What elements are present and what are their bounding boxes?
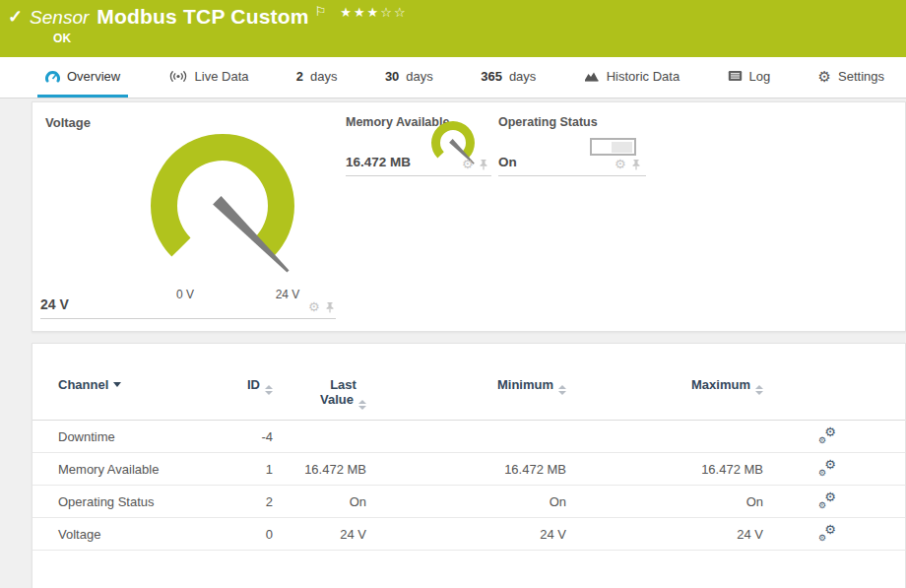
voltage-scale-min: 0 V [161,288,210,301]
tab-log[interactable]: Log [720,57,779,98]
voltage-scale-max: 24 V [263,288,312,301]
gear-icon: ⚙ [818,69,831,84]
channel-last-value: 24 V [273,527,366,542]
tab-label: Settings [838,69,884,84]
column-header-channel[interactable]: Channel [58,377,204,392]
tab-number: 365 [481,69,502,84]
tab-settings[interactable]: ⚙ Settings [810,57,892,98]
channel-minimum: On [366,494,566,509]
gauges-panel: Voltage 0 V 24 V 24 V ⚙ Memory Available… [32,101,906,332]
gauge-settings-gear-icon[interactable]: ⚙ [308,300,320,313]
channel-name: Operating Status [58,494,204,509]
divider [498,175,646,176]
gauge-settings-gear-icon[interactable]: ⚙ [615,158,626,170]
priority-flag-icon[interactable]: ⚐ [315,5,327,19]
channel-minimum: 16.472 MB [366,462,566,477]
broadcast-icon [168,70,188,83]
voltage-gauge [119,104,330,301]
channels-table-panel: Channel ID Last Value Minimum Maximum Do… [32,343,906,588]
gauge-icon [45,70,60,83]
column-header-minimum[interactable]: Minimum [366,377,566,395]
tab-label: Log [749,69,771,84]
table-header-row: Channel ID Last Value Minimum Maximum [32,377,905,421]
tab-overview[interactable]: Overview [37,57,128,98]
tab-365-days[interactable]: 365 days [473,57,544,98]
channel-minimum: 24 V [366,527,566,542]
edit-channel-gears-icon[interactable]: ⚙⚙ [818,459,836,477]
table-row: Operating Status 2 On On On ⚙⚙ [32,486,905,518]
sort-arrows-icon [755,385,763,395]
tab-label: days [406,69,432,84]
channel-name: Downtime [58,429,204,444]
channel-maximum: 24 V [566,527,763,542]
voltage-gauge-tools: ⚙ [308,300,335,313]
edit-channel-gears-icon[interactable]: ⚙⚙ [818,491,836,509]
channel-name: Voltage [58,527,204,542]
page-title: Modbus TCP Custom [97,5,308,29]
column-header-label: Minimum [497,377,553,392]
column-header-last-value[interactable]: Last Value [273,377,366,410]
tab-30-days[interactable]: 30 days [377,57,441,98]
column-header-label: ID [247,377,260,392]
memory-gauge-tools: ⚙ [462,158,488,170]
tab-2-days[interactable]: 2 days [289,57,346,98]
pin-icon[interactable] [325,301,335,313]
sensor-header: ✓ Sensor Modbus TCP Custom ⚐ ★★★☆☆ OK [0,0,906,57]
channel-id: 1 [204,462,273,477]
tab-number: 2 [296,69,303,84]
voltage-value: 24 V [40,296,69,312]
channel-id: 0 [204,527,273,542]
pin-icon[interactable] [479,159,488,170]
memory-value: 16.472 MB [346,155,411,169]
channel-id: 2 [204,494,273,509]
channel-maximum: On [566,494,763,509]
divider [346,175,491,176]
table-row: Voltage 0 24 V 24 V 24 V ⚙⚙ [32,518,905,551]
log-list-icon [728,70,743,82]
operating-status-title: Operating Status [498,115,598,129]
table-row: Memory Available 1 16.472 MB 16.472 MB 1… [32,453,905,486]
priority-stars[interactable]: ★★★☆☆ [340,5,407,21]
sort-arrows-icon [358,400,366,410]
tab-label: Overview [67,69,120,84]
object-kind-label: Sensor [30,7,89,29]
edit-channel-gears-icon[interactable]: ⚙⚙ [818,524,836,542]
pin-icon[interactable] [631,159,641,170]
status-badge: OK [53,32,407,45]
operating-status-value: On [498,155,517,169]
voltage-gauge-title: Voltage [45,115,91,130]
tab-label: Live Data [195,69,249,84]
divider [40,318,336,319]
sort-arrows-icon [558,385,566,395]
operating-status-tools: ⚙ [615,158,641,170]
status-check-icon: ✓ [8,5,23,29]
tab-label: Historic Data [607,69,680,84]
table-row: Downtime -4 ⚙⚙ [32,421,905,453]
tab-live-data[interactable]: Live Data [161,57,257,98]
sort-caret-down-icon [113,382,121,387]
channels-table: Channel ID Last Value Minimum Maximum Do… [32,344,905,551]
column-header-label: Channel [58,377,108,392]
channel-id: -4 [204,429,273,444]
channel-maximum: 16.472 MB [566,462,763,477]
tab-number: 30 [385,69,399,84]
column-header-label: Value [320,392,354,407]
switch-knob [612,142,632,153]
operating-status-switch[interactable] [590,138,636,156]
area-chart-icon [584,70,600,82]
tab-label: days [509,69,536,84]
sort-arrows-icon [265,385,273,395]
channel-last-value: On [273,494,366,509]
tab-historic-data[interactable]: Historic Data [576,57,687,98]
column-header-id[interactable]: ID [204,377,273,395]
column-header-label: Last [330,377,356,392]
gauge-settings-gear-icon[interactable]: ⚙ [462,158,474,170]
channel-name: Memory Available [58,462,204,477]
column-header-label: Maximum [691,377,750,392]
tab-label: days [310,69,337,84]
tab-bar: Overview Live Data 2 days 30 days 365 da… [0,57,906,98]
column-header-maximum[interactable]: Maximum [566,377,763,395]
edit-channel-gears-icon[interactable]: ⚙⚙ [818,426,836,444]
channel-last-value: 16.472 MB [273,462,366,477]
